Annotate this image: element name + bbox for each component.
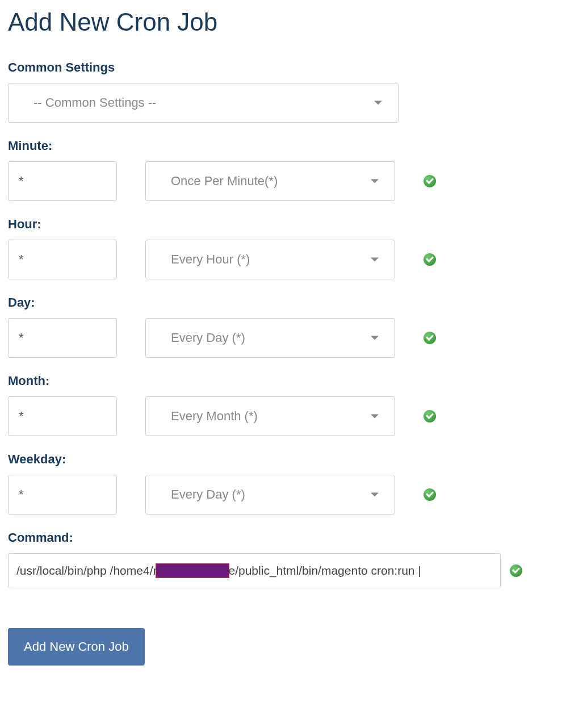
- minute-preset-dropdown[interactable]: Once Per Minute(*): [145, 161, 395, 201]
- hour-preset-selected: Every Hour (*): [171, 252, 250, 267]
- command-redacted-right: e: [228, 564, 235, 578]
- hour-label: Hour:: [8, 217, 579, 232]
- common-settings-label: Common Settings: [8, 60, 579, 75]
- weekday-preset-selected: Every Day (*): [171, 487, 245, 502]
- chevron-down-icon: [371, 493, 379, 497]
- chevron-down-icon: [371, 336, 379, 340]
- minute-preset-selected: Once Per Minute(*): [171, 174, 278, 189]
- month-input[interactable]: [8, 396, 117, 436]
- month-preset-selected: Every Month (*): [171, 409, 258, 424]
- check-icon: [424, 253, 436, 266]
- command-prefix: /usr/local/bin/php /home4/: [16, 564, 153, 578]
- common-settings-dropdown[interactable]: -- Common Settings --: [8, 83, 399, 123]
- month-preset-dropdown[interactable]: Every Month (*): [145, 396, 395, 436]
- chevron-down-icon: [371, 258, 379, 262]
- chevron-down-icon: [371, 415, 379, 419]
- day-preset-selected: Every Day (*): [171, 330, 245, 345]
- day-preset-dropdown[interactable]: Every Day (*): [145, 318, 395, 358]
- check-icon: [424, 410, 436, 422]
- command-suffix: /public_html/bin/magento cron:run |: [235, 564, 421, 578]
- chevron-down-icon: [371, 179, 379, 183]
- day-input[interactable]: [8, 318, 117, 358]
- common-settings-group: Common Settings -- Common Settings --: [8, 60, 579, 123]
- common-settings-selected: -- Common Settings --: [33, 95, 156, 110]
- day-label: Day:: [8, 295, 579, 310]
- command-input[interactable]: /usr/local/bin/php /home4/re/public_html…: [8, 553, 501, 588]
- submit-button[interactable]: Add New Cron Job: [8, 628, 145, 666]
- hour-input[interactable]: [8, 240, 117, 279]
- redacted-block: [156, 563, 229, 578]
- chevron-down-icon: [374, 101, 382, 105]
- month-label: Month:: [8, 374, 579, 388]
- weekday-group: Weekday: Every Day (*): [8, 452, 579, 514]
- check-icon: [424, 332, 436, 344]
- page-title: Add New Cron Job: [8, 8, 579, 36]
- check-icon: [510, 564, 522, 577]
- weekday-label: Weekday:: [8, 452, 579, 467]
- weekday-preset-dropdown[interactable]: Every Day (*): [145, 475, 395, 514]
- weekday-input[interactable]: [8, 475, 117, 514]
- month-group: Month: Every Month (*): [8, 374, 579, 436]
- minute-label: Minute:: [8, 139, 579, 153]
- hour-group: Hour: Every Hour (*): [8, 217, 579, 279]
- day-group: Day: Every Day (*): [8, 295, 579, 358]
- minute-group: Minute: Once Per Minute(*): [8, 139, 579, 201]
- command-label: Command:: [8, 530, 579, 545]
- minute-input[interactable]: [8, 161, 117, 201]
- check-icon: [424, 488, 436, 501]
- check-icon: [424, 175, 436, 187]
- hour-preset-dropdown[interactable]: Every Hour (*): [145, 240, 395, 279]
- command-group: Command: /usr/local/bin/php /home4/re/pu…: [8, 530, 579, 588]
